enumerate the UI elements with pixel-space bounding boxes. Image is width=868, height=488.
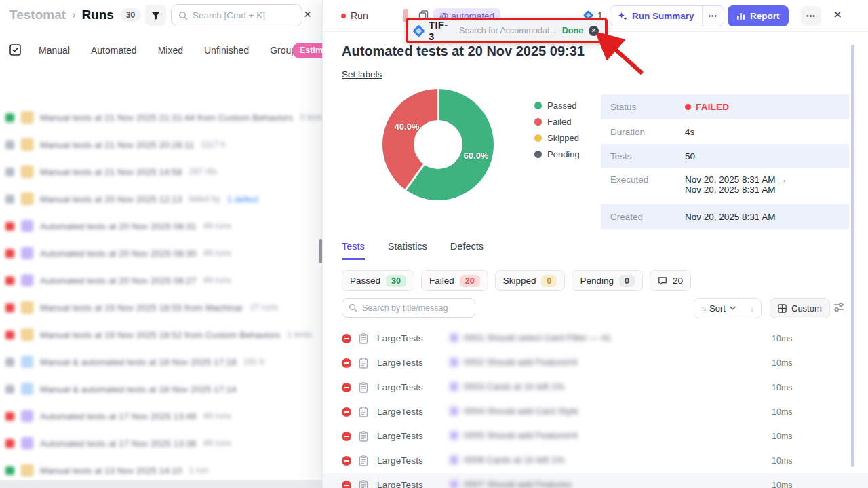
run-item-title: Manual & automated tests at 18 Nov 2025 … (40, 357, 237, 367)
chip-failed[interactable]: Failed20 (421, 270, 488, 291)
issue-status: Done (562, 26, 583, 35)
panel-close-icon[interactable]: × (833, 7, 842, 21)
test-row[interactable]: LargeTests S0002 Should add Feature#4 10… (323, 351, 868, 375)
search-icon (349, 303, 357, 312)
chip-skipped[interactable]: Skipped0 (495, 270, 566, 291)
run-list-item[interactable]: Manual tests at 21 Nov 2025 21:31:44 fro… (0, 104, 353, 131)
run-status-icon (5, 168, 14, 176)
info-label: Executed (610, 174, 685, 185)
test-row[interactable]: LargeTests S0006 Cards at 1h left 1% 10m… (323, 449, 868, 473)
run-list-item[interactable]: Automated tests at 20 Nov 2025 08:3049 r… (0, 240, 353, 267)
test-row[interactable]: LargeTests S0005 Should add Feature#4 10… (323, 424, 868, 449)
legend-item-skipped: Skipped (534, 133, 580, 143)
failed-icon (342, 407, 351, 417)
clipboard-icon (359, 407, 368, 420)
run-status-icon (5, 195, 14, 204)
run-item-title: Automated tests at 17 Nov 2025 13:49 (40, 411, 196, 421)
tab-defects[interactable]: Defects (450, 241, 484, 260)
executed-to: Nov 20, 2025 8:31 AM (685, 185, 787, 195)
passed-slice-label: 60.0% (460, 151, 492, 161)
test-suite: LargeTests (377, 333, 423, 343)
run-list-item[interactable]: Manual tests at 21 Nov 2025 14:58297 rft… (0, 158, 353, 185)
breadcrumb-section[interactable]: Runs (81, 7, 114, 22)
run-item-meta: 49 runs (203, 276, 231, 285)
run-list-item[interactable]: Manual tests at 21 Nov 2025 20:26:111117… (0, 131, 353, 158)
sort-descending-button[interactable]: ↓ (743, 303, 762, 314)
search-input[interactable] (193, 10, 288, 20)
select-all-icon[interactable] (9, 44, 21, 58)
chip-passed[interactable]: Passed30 (342, 270, 414, 291)
report-button[interactable]: Report (728, 5, 789, 26)
filter-button[interactable] (145, 5, 166, 26)
tab-statistics[interactable]: Statistics (388, 241, 427, 260)
test-row[interactable]: LargeTests S0007 Should add Features 10m… (323, 473, 868, 488)
chip-count-badge: 30 (386, 275, 406, 287)
info-row-status: Status FAILED (601, 94, 849, 119)
run-list-item[interactable]: Automated tests at 20 Nov 2025 08:3149 r… (0, 212, 353, 240)
left-list-scrollbar-thumb[interactable] (319, 239, 322, 263)
run-type-icon (21, 247, 33, 259)
tests-search[interactable] (342, 298, 475, 318)
run-list-item[interactable]: Manual tests at 20 Nov 2025 12:13failed … (0, 185, 353, 212)
chip-pending[interactable]: Pending0 (572, 270, 643, 291)
chip-comments[interactable]: 20 (650, 270, 691, 291)
tab-tests[interactable]: Tests (342, 241, 365, 260)
run-detail-title: Automated tests at 20 Nov 2025 09:31 (342, 43, 585, 59)
clipboard-icon (359, 358, 368, 371)
run-summary-more-button[interactable]: ••• (703, 12, 724, 20)
sort-control[interactable]: ↑↓ Sort ↓ (694, 298, 762, 318)
tif-toast-annotation-box: TIF-3 Search for Accommodat... Done ✕ (406, 18, 608, 43)
run-list-item[interactable]: Manual & automated tests at 18 Nov 2025 … (0, 348, 353, 375)
run-list-item[interactable]: Automated tests at 20 Nov 2025 08:2749 r… (0, 267, 353, 294)
test-tag-icon: S (449, 333, 459, 343)
horizontal-scrollbar-track[interactable] (0, 480, 323, 488)
test-suite: LargeTests (377, 407, 423, 417)
run-type-icon (21, 138, 33, 151)
run-status-icon (5, 303, 14, 312)
app-logo-text[interactable]: Testomat (9, 7, 66, 22)
legend-label: Passed (547, 100, 576, 111)
test-duration: 10ms (772, 358, 793, 368)
test-row[interactable]: LargeTests S0004 Should add Card Style 1… (323, 400, 868, 424)
tab-unfinished[interactable]: Unfinished (204, 45, 249, 56)
run-list-item[interactable]: Automated tests at 17 Nov 2025 13:3649 r… (0, 430, 353, 457)
run-status-dot (341, 14, 346, 18)
test-row[interactable]: LargeTests S0001 Should select Card Filt… (323, 326, 868, 351)
issue-key[interactable]: TIF-3 (429, 19, 454, 42)
tests-search-input[interactable] (362, 303, 464, 313)
test-row[interactable]: LargeTests S0003 Cards at 1h left 1% 10m… (323, 375, 868, 400)
run-list-item[interactable]: Manual tests at 19 Nov 2025 18:55 from M… (0, 294, 353, 321)
test-suite: LargeTests (377, 455, 423, 466)
tab-manual[interactable]: Manual (39, 45, 70, 56)
tab-mixed[interactable]: Mixed (158, 45, 183, 56)
display-settings-icon[interactable] (833, 302, 845, 315)
info-value: 50 (685, 151, 695, 162)
legend-item-failed: Failed (534, 117, 580, 127)
report-label: Report (750, 11, 780, 21)
run-type-icon (21, 301, 33, 314)
chip-label: Passed (350, 276, 380, 286)
app-root: Testomat › Runs 30 × Manual Automated Mi… (0, 0, 868, 488)
panel-more-button[interactable]: ••• (801, 6, 821, 26)
funnel-icon (151, 10, 161, 20)
run-list-item[interactable]: Automated tests at 17 Nov 2025 13:4949 r… (0, 402, 353, 430)
legend-label: Skipped (547, 133, 579, 143)
global-search[interactable] (171, 4, 302, 26)
detail-scrollbar-thumb[interactable] (851, 45, 854, 467)
set-labels-link[interactable]: Set labels (342, 69, 382, 79)
clipboard-icon (359, 480, 368, 488)
test-duration: 10ms (772, 481, 793, 488)
search-close-icon[interactable]: × (304, 7, 311, 20)
run-list-item[interactable]: Manual & automated tests at 18 Nov 2025 … (0, 375, 353, 402)
test-suite: LargeTests (377, 382, 423, 392)
tab-automated[interactable]: Automated (91, 45, 137, 56)
test-duration: 10ms (772, 334, 793, 343)
run-type-icon (21, 111, 33, 124)
run-list-item[interactable]: Manual tests at 19 Nov 2025 18:52 from C… (0, 321, 353, 348)
chip-count: 20 (673, 276, 683, 286)
run-summary-button[interactable]: Run Summary ••• (610, 5, 724, 26)
pending-dot-icon (534, 151, 542, 158)
test-title: 0004 Should add Card Style (464, 406, 578, 416)
run-defect-link[interactable]: 1 defect (227, 194, 258, 204)
custom-view-button[interactable]: Custom (770, 298, 830, 318)
